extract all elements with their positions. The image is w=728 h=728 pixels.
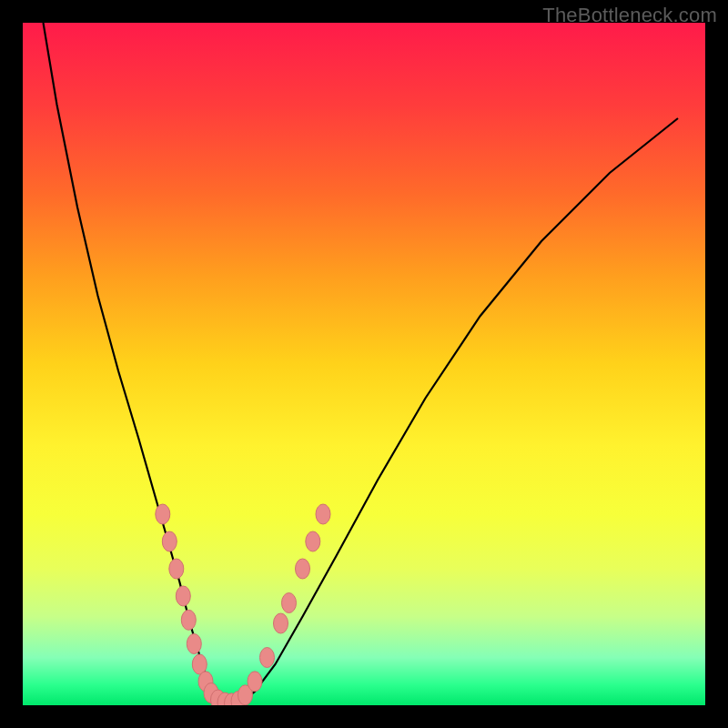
curve-marker bbox=[238, 685, 253, 705]
curve-marker bbox=[204, 683, 218, 703]
curve-marker bbox=[231, 692, 246, 706]
curve-marker bbox=[316, 504, 330, 524]
chart-frame: TheBottleneck.com bbox=[0, 0, 728, 728]
curve-marker bbox=[198, 672, 213, 692]
plot-area bbox=[23, 23, 705, 705]
curve-marker bbox=[181, 610, 196, 630]
curve-marker bbox=[248, 672, 262, 692]
curve-marker bbox=[156, 504, 170, 524]
marker-group bbox=[156, 504, 330, 705]
curve-marker bbox=[282, 593, 297, 613]
curve-marker bbox=[211, 690, 226, 705]
curve-marker bbox=[260, 648, 275, 668]
curve-marker bbox=[176, 586, 190, 606]
curve-marker bbox=[169, 559, 184, 579]
curve-marker bbox=[296, 559, 310, 579]
curve-marker bbox=[306, 531, 320, 551]
curve-marker bbox=[187, 634, 201, 654]
chart-overlay bbox=[23, 23, 705, 705]
curve-marker bbox=[217, 693, 232, 705]
curve-marker bbox=[225, 693, 239, 705]
curve-marker bbox=[192, 654, 207, 674]
curve-marker bbox=[162, 531, 177, 551]
curve-marker bbox=[274, 613, 288, 633]
bottleneck-curve bbox=[44, 23, 679, 705]
